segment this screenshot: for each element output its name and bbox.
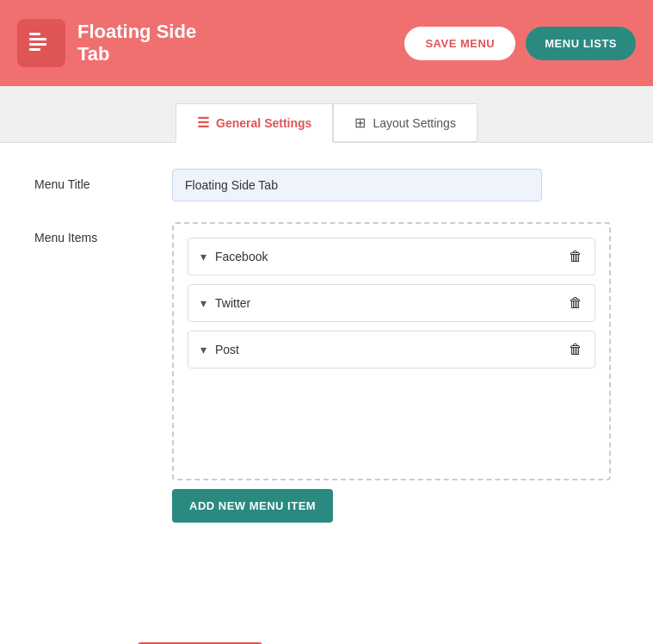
chevron-down-icon-post[interactable]: ▾ <box>200 343 206 356</box>
menu-items-control: ▾ Facebook 🗑 ▾ Twitter 🗑 ▾ <box>172 222 619 523</box>
menu-item-post-label: Post <box>215 343 239 356</box>
menu-item-facebook: ▾ Facebook 🗑 <box>188 238 595 276</box>
menu-lists-button[interactable]: MENU LISTS <box>526 27 636 60</box>
menu-title-input[interactable] <box>172 169 542 201</box>
app-logo <box>17 19 65 67</box>
menu-title-row: Menu Title <box>34 169 619 201</box>
svg-rect-0 <box>29 33 40 35</box>
menu-item-twitter: ▾ Twitter 🗑 <box>188 284 595 322</box>
main-content: Menu Title Menu Items ▾ Facebook 🗑 <box>0 143 653 616</box>
menu-items-container: ▾ Facebook 🗑 ▾ Twitter 🗑 ▾ <box>172 222 611 480</box>
bottom-save-area: SAVE MENU <box>0 616 653 644</box>
svg-rect-1 <box>29 38 46 40</box>
menu-item-twitter-left: ▾ Twitter <box>200 296 250 310</box>
tab-layout-settings-label: Layout Settings <box>373 116 456 130</box>
delete-twitter-button[interactable]: 🗑 <box>569 295 582 311</box>
app-header: Floating Side Tab SAVE MENU MENU LISTS <box>0 0 653 86</box>
menu-item-post: ▾ Post 🗑 <box>188 331 595 368</box>
menu-item-facebook-left: ▾ Facebook <box>200 250 268 263</box>
header-buttons: SAVE MENU MENU LISTS <box>404 27 636 60</box>
delete-post-button[interactable]: 🗑 <box>569 342 582 357</box>
menu-items-label: Menu Items <box>34 222 146 245</box>
tab-general-settings-label: General Settings <box>216 116 311 130</box>
tab-layout-settings[interactable]: ⊞ Layout Settings <box>333 103 477 142</box>
menu-item-facebook-label: Facebook <box>215 250 268 263</box>
header-left: Floating Side Tab <box>17 19 196 67</box>
delete-facebook-button[interactable]: 🗑 <box>569 249 582 264</box>
add-new-menu-item-button[interactable]: ADD NEW MENU ITEM <box>172 489 333 523</box>
layout-settings-icon: ⊞ <box>354 115 366 131</box>
app-title: Floating Side Tab <box>77 21 196 66</box>
menu-item-twitter-label: Twitter <box>215 296 250 310</box>
menu-item-post-left: ▾ Post <box>200 343 239 356</box>
save-menu-header-button[interactable]: SAVE MENU <box>404 27 515 60</box>
chevron-down-icon-twitter[interactable]: ▾ <box>200 296 206 310</box>
tabs-bar: ☰ General Settings ⊞ Layout Settings <box>0 86 653 143</box>
menu-title-label: Menu Title <box>34 169 146 191</box>
svg-rect-2 <box>29 43 46 46</box>
menu-title-control <box>172 169 619 201</box>
menu-items-row: Menu Items ▾ Facebook 🗑 ▾ Twitter <box>34 222 619 523</box>
general-settings-icon: ☰ <box>197 115 209 131</box>
svg-rect-3 <box>29 48 40 51</box>
tab-general-settings[interactable]: ☰ General Settings <box>176 103 333 143</box>
chevron-down-icon-facebook[interactable]: ▾ <box>200 250 206 263</box>
